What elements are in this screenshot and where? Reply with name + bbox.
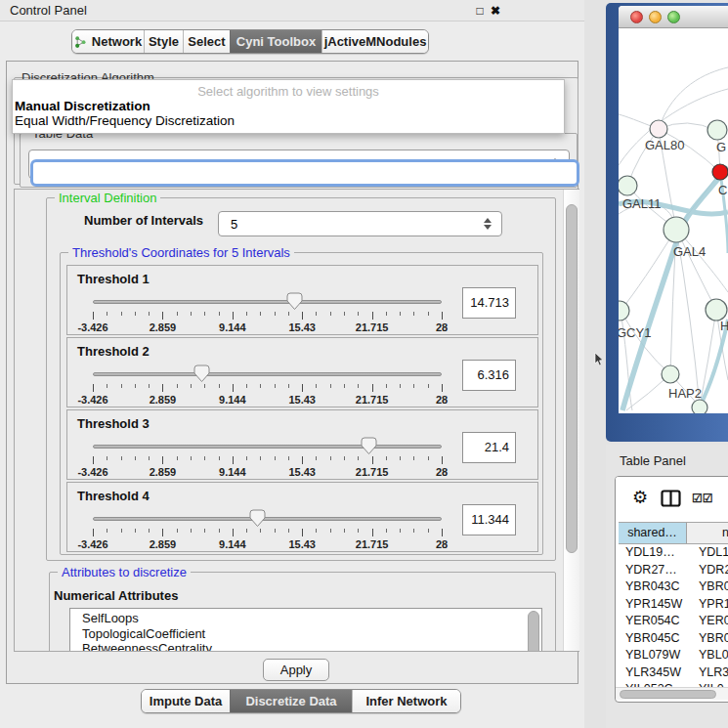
popup-option-manual-discretization[interactable]: Manual Discretization (13, 99, 564, 113)
node-label-gal11: GAL11 (622, 196, 662, 211)
threshold-slider[interactable]: -3.4262.8599.14415.4321.71528 (93, 508, 442, 553)
node-label-gal4: GAL4 (673, 244, 706, 259)
node-h[interactable] (706, 299, 727, 321)
gear-icon[interactable]: ⚙ (632, 487, 648, 508)
network-window-frame[interactable]: GAL80 G C GAL11 GAL4 GCY1 H HAP2 (606, 3, 728, 442)
table-row[interactable]: YER054CYER0 (619, 613, 728, 630)
tick-mark (386, 312, 387, 316)
tab-infer-network[interactable]: Infer Network (352, 690, 460, 712)
slider-track[interactable] (93, 517, 442, 521)
node-gcy1[interactable] (619, 301, 629, 321)
tab-cyni-toolbox[interactable]: Cyni Toolbox (230, 30, 321, 53)
tick-mark (233, 456, 234, 464)
attribute-item[interactable]: SelfLoops (70, 609, 541, 626)
node-gal4[interactable] (664, 217, 689, 242)
table-row[interactable]: YBR043CYBR0 (619, 578, 728, 596)
cell-name: YDR2 (687, 562, 728, 579)
slider-thumb[interactable] (249, 509, 266, 528)
split-column-icon[interactable] (661, 490, 681, 507)
table-row[interactable]: YDL19…YDL1 (619, 544, 728, 562)
apply-button[interactable]: Apply (263, 659, 329, 681)
hscrollbar-thumb[interactable] (620, 690, 716, 699)
column-header-name[interactable]: n (687, 523, 728, 543)
attribute-item[interactable]: BetweennessCentrality (70, 641, 541, 652)
tick-mark (219, 529, 220, 533)
tick-mark (316, 529, 317, 533)
table-row[interactable]: YPR145WYPR1 (619, 596, 728, 614)
tab-select[interactable]: Select (183, 30, 230, 53)
tick-mark (400, 529, 401, 533)
tick-mark (372, 384, 373, 392)
tick-mark (344, 384, 345, 388)
tick-mark (442, 312, 443, 320)
table-row[interactable]: YBR045CYBR0 (619, 630, 728, 648)
numerical-attributes-list[interactable]: SelfLoopsTopologicalCoefficientBetweenne… (69, 608, 542, 652)
table-row[interactable]: YLR345WYLR3 (619, 664, 728, 682)
close-window-button[interactable] (630, 11, 643, 23)
tick-mark (288, 529, 289, 533)
tab-impute-data[interactable]: Impute Data (142, 690, 230, 712)
tick-mark (149, 456, 150, 460)
threshold-value-field[interactable]: 21.4 (462, 432, 516, 463)
table-hscrollbar[interactable] (616, 687, 728, 700)
settings-scrollbar[interactable] (563, 190, 579, 651)
column-header-shared[interactable]: shared… (619, 523, 687, 543)
tick-mark (246, 312, 247, 316)
threshold-label: Threshold 3 (77, 416, 150, 431)
network-window-titlebar[interactable] (619, 6, 728, 28)
interval-definition-group: Interval Definition Number of Intervals … (46, 197, 556, 561)
close-panel-button[interactable]: ✖ (489, 0, 502, 21)
threshold-value-field[interactable]: 14.713 (462, 287, 516, 319)
node-bottom[interactable] (692, 400, 707, 413)
num-intervals-combobox[interactable]: 5 (218, 211, 502, 236)
panel-title: Control Panel (10, 0, 87, 21)
threshold-value-field[interactable]: 11.344 (462, 504, 516, 535)
attributes-list-scrollbar[interactable] (528, 611, 539, 652)
slider-track[interactable] (93, 300, 442, 304)
tick-mark (288, 456, 289, 460)
popup-option-equal-width-frequency-discretization[interactable]: Equal Width/Frequency Discretization (13, 113, 564, 128)
minimize-window-button[interactable] (649, 11, 662, 23)
threshold-slider[interactable]: -3.4262.8599.14415.4321.71528 (93, 436, 442, 481)
slider-ticks (93, 312, 442, 321)
tab-style[interactable]: Style (144, 30, 183, 53)
node-top-right[interactable] (707, 120, 727, 140)
float-panel-button[interactable]: □ (473, 0, 487, 21)
node-gal80[interactable] (650, 120, 667, 138)
tab-jactivemnodules[interactable]: jActiveMNodules (321, 30, 428, 53)
scrollbar-thumb[interactable] (566, 204, 578, 553)
tick-label: 28 (436, 466, 448, 478)
slider-ticks (93, 384, 442, 393)
table-row[interactable]: YBL079WYBL0 (619, 647, 728, 664)
node-table: ⚙ ☑☑ shared… n YDL19…YDL1YDR27…YDR2YBR04… (615, 476, 728, 703)
table-row[interactable]: YDR27…YDR2 (619, 562, 728, 579)
tick-mark (204, 529, 205, 533)
threshold-label: Threshold 1 (77, 272, 150, 286)
threshold-label: Threshold 4 (77, 489, 150, 503)
node-gal11[interactable] (619, 176, 637, 195)
thresholds-group: Threshold's Coordinates for 5 Intervals … (60, 252, 543, 555)
checkbox-icons[interactable]: ☑☑ (692, 492, 713, 505)
threshold-value-field[interactable]: 6.316 (462, 360, 516, 391)
slider-thumb[interactable] (286, 292, 303, 311)
tick-mark (442, 529, 443, 536)
attribute-item[interactable]: TopologicalCoefficient (70, 626, 541, 642)
tick-label: 21.715 (356, 466, 389, 478)
zoom-window-button[interactable] (667, 11, 680, 23)
tab-network[interactable]: Network (72, 30, 144, 53)
node-hap2[interactable] (662, 365, 679, 383)
tab-discretize-data[interactable]: Discretize Data (230, 690, 352, 712)
slider-thumb[interactable] (361, 437, 377, 455)
cell-shared-name: YBR043C (619, 578, 687, 596)
tick-mark (121, 456, 122, 460)
threshold-slider[interactable]: -3.4262.8599.14415.4321.71528 (93, 364, 442, 408)
num-intervals-label: Number of Intervals (84, 213, 203, 228)
slider-track[interactable] (93, 445, 442, 449)
network-canvas[interactable]: GAL80 G C GAL11 GAL4 GCY1 H HAP2 (619, 28, 728, 413)
slider-thumb[interactable] (193, 364, 210, 383)
node-red-selected[interactable] (712, 164, 728, 180)
algorithm-combobox[interactable] (30, 159, 579, 187)
threshold-slider[interactable]: -3.4262.8599.14415.4321.71528 (93, 291, 442, 336)
slider-track[interactable] (93, 372, 442, 376)
tick-mark (413, 529, 414, 533)
